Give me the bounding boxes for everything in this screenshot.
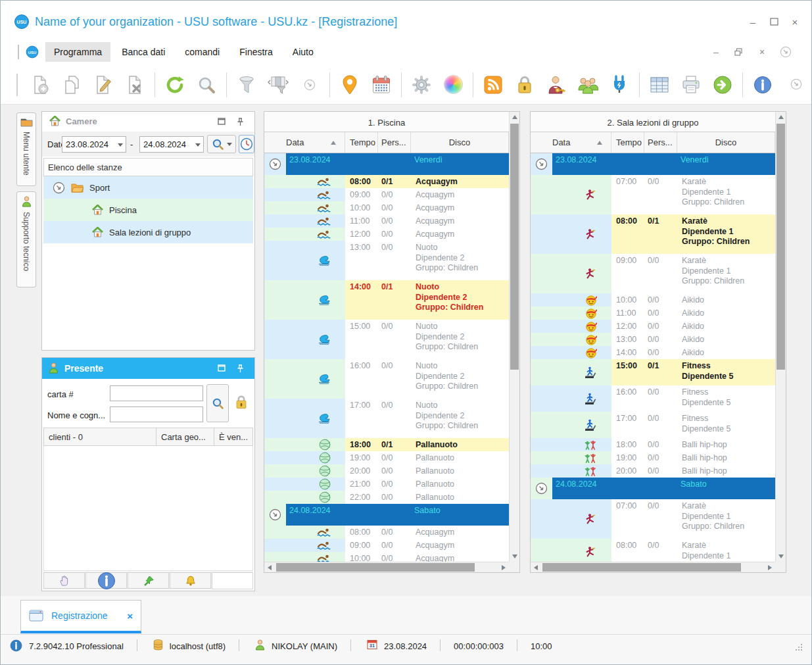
tab-registrazione[interactable]: Registrazione × [20,600,141,633]
vertical-scroll-thumb[interactable] [776,124,785,370]
lock-button[interactable] [509,68,540,102]
schedule-slot-row[interactable]: 09:00 0/0 KaratèDipendente 1Gruppo: Chil… [531,254,775,293]
scroll-right-icon[interactable] [498,562,509,573]
plug-button[interactable] [604,68,635,102]
search-button[interactable] [191,68,222,102]
tree-item-sport[interactable]: Sport [43,176,253,199]
calendar-button[interactable] [366,68,397,102]
schedule-slot-row[interactable]: 15:00 0/0 NuotoDipendente 2Gruppo: Child… [264,320,509,359]
schedule-slot-row[interactable]: 08:00 0/0 Acquagym [264,526,509,539]
date-row[interactable]: 24.08.2024 Sabato [531,478,775,499]
clock-button[interactable] [239,135,254,153]
schedule-slot-row[interactable]: 08:00 0/1 KaratèDipendente 1Gruppo: Chil… [531,214,775,254]
menu-item-comandi[interactable]: comandi [176,42,228,62]
refresh-button[interactable] [159,68,191,102]
date-from-dropdown[interactable]: 23.08.2024 [62,136,126,153]
resize-grip-icon[interactable] [794,643,803,652]
schedule-slot-row[interactable]: 20:00 0/0 Balli hip-hop [531,464,775,478]
users-button[interactable] [572,68,604,102]
color-wheel-button[interactable] [437,68,469,102]
presente-pin-icon[interactable] [237,364,244,373]
schedule-slot-row[interactable]: 07:00 0/0 KaratèDipendente 1Gruppo: Chil… [531,175,775,214]
filter-button[interactable] [231,68,262,102]
side-tab-menu-utente[interactable]: Menu utente [16,112,36,186]
horizontal-scrollbar[interactable] [264,562,509,572]
column-pers[interactable]: Pers... [378,132,411,153]
column-tempo[interactable]: Tempo [611,132,644,153]
schedule-slot-row[interactable]: 19:00 0/0 Pallanuoto [264,451,509,464]
schedule-slot-row[interactable]: 22:00 0/0 Pallanuoto [264,491,509,504]
vertical-scroll-thumb[interactable] [510,124,519,370]
schedule-slot-row[interactable]: 09:00 0/0 Acquagym [264,539,509,552]
user-key-button[interactable] [540,68,572,102]
schedule-slot-row[interactable]: 19:00 0/0 Balli hip-hop [531,451,775,464]
info-button[interactable] [747,68,778,102]
schedule-slot-row[interactable]: 18:00 0/0 Balli hip-hop [531,438,775,451]
date-search-button[interactable] [207,135,236,153]
camere-pin-icon[interactable] [237,118,244,126]
schedule-slot-row[interactable]: 14:00 0/1 NuotoDipendente 2Gruppo: Child… [264,280,509,320]
name-input[interactable] [110,406,203,422]
table-button[interactable] [644,68,675,102]
tree-item-piscina[interactable]: Piscina [43,199,253,221]
scroll-down-icon[interactable] [776,551,786,562]
scroll-right-icon[interactable] [765,562,775,573]
horizontal-scrollbar[interactable] [531,562,775,572]
schedule-slot-row[interactable]: 14:00 0/0 Aikido [531,346,775,359]
column-disco[interactable]: Disco [411,132,509,153]
schedule-slot-row[interactable]: 09:00 0/0 Acquagym [264,188,509,201]
edit-record-button[interactable] [87,68,119,102]
location-pin-button[interactable] [334,68,366,102]
go-arrow-button[interactable] [707,68,738,102]
delete-record-button[interactable] [119,68,151,102]
schedule-slot-row[interactable]: 12:00 0/0 Acquagym [264,228,509,241]
horizontal-scroll-thumb[interactable] [276,563,475,572]
settings-gear-button[interactable] [406,68,437,102]
vertical-scrollbar[interactable] [775,112,786,562]
vertical-scrollbar[interactable] [509,112,519,562]
mdi-window-menu-icon[interactable] [777,44,794,60]
schedule-slot-row[interactable]: 13:00 0/0 NuotoDipendente 2Gruppo: Child… [264,241,509,280]
scroll-left-icon[interactable] [264,562,275,573]
date-to-dropdown[interactable]: 24.08.2024 [139,136,204,153]
clients-column-header[interactable]: Carta geo... [156,428,214,446]
schedule-slot-row[interactable]: 15:00 0/1 FitnessDipendente 5 [531,359,775,385]
menu-item-banca-dati[interactable]: Banca dati [113,42,174,62]
bell-button[interactable] [170,572,211,589]
scroll-down-icon[interactable] [510,551,520,562]
schedule-slot-row[interactable]: 08:00 0/0 KaratèDipendente 1 [531,539,775,563]
camere-maximize-icon[interactable] [218,118,226,125]
schedule-slot-row[interactable]: 12:00 0/0 Aikido [531,320,775,333]
clients-column-header[interactable]: clienti - 0 [43,428,156,446]
column-pers[interactable]: Pers... [644,132,677,153]
maximize-button[interactable] [765,15,782,30]
mdi-close-button[interactable]: × [753,44,771,60]
date-row[interactable]: 23.08.2024 Venerdì [531,153,775,175]
hand-button[interactable] [43,572,85,589]
schedule-slot-row[interactable]: 17:00 0/0 NuotoDipendente 2Gruppo: Child… [264,399,509,438]
mdi-minimize-button[interactable]: – [707,44,725,60]
schedule-slot-row[interactable]: 10:00 0/0 Aikido [531,293,775,307]
schedule-slot-row[interactable]: 11:00 0/0 Acquagym [264,214,509,228]
schedule-slot-row[interactable]: 17:00 0/0 FitnessDipendente 5 [531,412,775,438]
schedule-slot-row[interactable]: 13:00 0/0 Aikido [531,333,775,346]
column-data[interactable]: Data [531,132,611,153]
schedule-slot-row[interactable]: 08:00 0/1 Acquagym [264,175,509,188]
schedule-slot-row[interactable]: 07:00 0/0 KaratèDipendente 1Gruppo: Chil… [531,499,775,539]
menu-item-finestra[interactable]: Finestra [231,42,281,62]
column-data[interactable]: Data [264,132,345,153]
side-tab-supporto-tecnico[interactable]: Supporto tecnico [16,191,36,287]
presente-maximize-icon[interactable] [218,364,226,372]
card-number-input[interactable] [110,385,203,401]
new-record-button[interactable] [24,68,56,102]
pin-green-button[interactable] [128,572,169,589]
menu-item-aiuto[interactable]: Aiuto [284,42,322,62]
schedule-slot-row[interactable]: 16:00 0/0 FitnessDipendente 5 [531,385,775,412]
scroll-up-icon[interactable] [510,112,520,122]
rss-button[interactable] [477,68,509,102]
horizontal-scroll-thumb[interactable] [542,563,741,572]
schedule-slot-row[interactable]: 18:00 0/1 Pallanuoto [264,438,509,451]
schedule-slot-row[interactable]: 20:00 0/0 Pallanuoto [264,464,509,478]
clients-table-body[interactable] [43,446,253,571]
date-row[interactable]: 23.08.2024 Venerdì [264,153,509,175]
